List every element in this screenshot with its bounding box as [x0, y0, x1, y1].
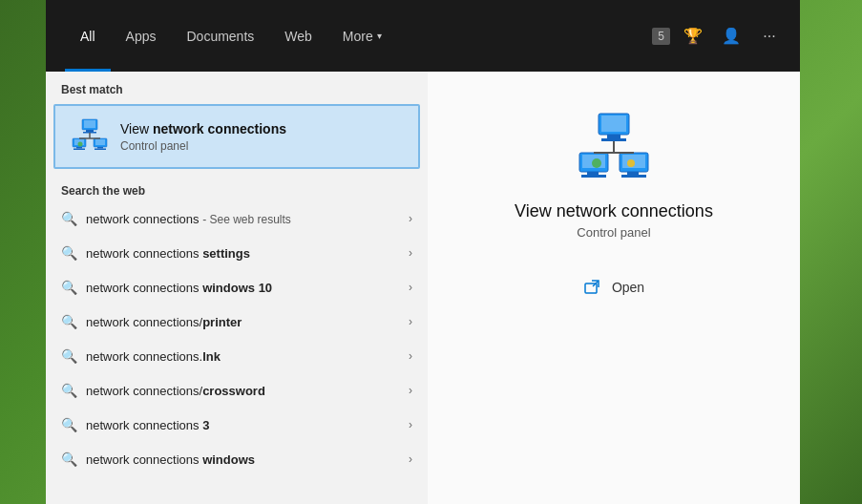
chevron-right-icon: ›	[409, 418, 412, 431]
search-web-label: Search the web	[46, 177, 428, 201]
search-icon: 🔍	[61, 314, 76, 329]
list-item[interactable]: 🔍 network connections settings ›	[46, 236, 428, 270]
svg-rect-11	[97, 147, 103, 149]
result-text: network connections windows 10	[86, 281, 399, 295]
svg-rect-10	[95, 139, 105, 145]
svg-rect-19	[601, 138, 626, 141]
list-item[interactable]: 🔍 network connections.lnk ›	[46, 339, 428, 373]
search-icon: 🔍	[61, 211, 76, 226]
chevron-right-icon: ›	[409, 246, 412, 260]
svg-rect-17	[601, 116, 626, 132]
result-text: network connections windows	[86, 452, 399, 467]
result-text: network connections/printer	[86, 315, 399, 329]
tab-documents[interactable]: Documents	[171, 0, 269, 72]
network-connections-icon-small	[71, 117, 109, 156]
svg-rect-8	[74, 149, 85, 151]
search-icon: 🔍	[61, 417, 76, 432]
chevron-right-icon: ›	[409, 212, 412, 225]
list-item[interactable]: 🔍 network connections 3 ›	[46, 408, 428, 442]
best-match-item[interactable]: View network connections Control panel	[53, 104, 420, 169]
chevron-right-icon: ›	[409, 315, 412, 328]
chevron-right-icon: ›	[409, 349, 412, 363]
detail-panel: View network connections Control panel O…	[428, 72, 800, 504]
best-match-title: View network connections	[120, 120, 403, 137]
result-text: network connections.lnk	[86, 349, 399, 364]
results-panel: Best match	[46, 72, 428, 504]
chevron-down-icon: ▾	[377, 31, 382, 41]
list-item[interactable]: 🔍 network connections/crossword ›	[46, 373, 428, 408]
list-item[interactable]: 🔍 network connections - See web results …	[46, 201, 428, 236]
chevron-right-icon: ›	[409, 452, 412, 466]
search-icon: 🔍	[61, 245, 76, 261]
search-icon: 🔍	[61, 348, 76, 364]
svg-point-32	[627, 159, 635, 167]
list-item[interactable]: 🔍 network connections windows ›	[46, 442, 428, 476]
open-action-label: Open	[612, 280, 644, 295]
tab-all[interactable]: All	[65, 0, 111, 72]
more-options-icon[interactable]: ···	[754, 21, 785, 52]
detail-title: View network connections	[515, 201, 713, 221]
trophy-icon[interactable]: 🏆	[678, 21, 708, 52]
svg-rect-7	[76, 147, 82, 149]
open-icon	[583, 278, 602, 297]
svg-rect-12	[95, 149, 106, 151]
search-icon: 🔍	[61, 383, 76, 398]
svg-rect-28	[621, 175, 646, 178]
chevron-right-icon: ›	[409, 384, 412, 397]
result-text: network connections - See web results	[86, 212, 399, 226]
svg-rect-2	[86, 130, 94, 132]
svg-rect-23	[587, 172, 599, 175]
content-area: Best match	[46, 72, 800, 504]
list-item[interactable]: 🔍 network connections/printer ›	[46, 304, 428, 339]
tab-web[interactable]: Web	[269, 0, 327, 72]
detail-subtitle: Control panel	[577, 225, 650, 240]
svg-rect-27	[627, 172, 639, 175]
svg-rect-1	[84, 120, 95, 128]
best-match-subtitle: Control panel	[120, 139, 403, 153]
search-icon: 🔍	[61, 280, 76, 295]
result-count-badge: 5	[652, 28, 670, 45]
chevron-right-icon: ›	[409, 281, 412, 294]
svg-rect-24	[581, 175, 606, 178]
search-panel: All Apps Documents Web More ▾ 5 🏆 👤 ··· …	[46, 0, 800, 504]
tab-apps[interactable]: Apps	[111, 0, 172, 72]
svg-rect-18	[607, 135, 620, 138]
best-match-label: Best match	[46, 72, 428, 104]
tab-bar-right: 5 🏆 👤 ···	[652, 21, 800, 52]
search-icon: 🔍	[61, 452, 76, 467]
person-icon[interactable]: 👤	[716, 21, 746, 52]
svg-point-15	[78, 142, 83, 147]
list-item[interactable]: 🔍 network connections windows 10 ›	[46, 270, 428, 304]
result-text: network connections settings	[86, 246, 399, 261]
result-text: network connections/crossword	[86, 384, 399, 398]
tab-bar: All Apps Documents Web More ▾ 5 🏆 👤 ···	[46, 0, 800, 72]
open-action[interactable]: Open	[583, 270, 644, 304]
network-connections-icon-large	[576, 110, 652, 186]
tab-more[interactable]: More ▾	[327, 0, 397, 72]
result-text: network connections 3	[86, 418, 399, 432]
best-match-text: View network connections Control panel	[120, 120, 403, 153]
svg-point-31	[592, 158, 601, 168]
